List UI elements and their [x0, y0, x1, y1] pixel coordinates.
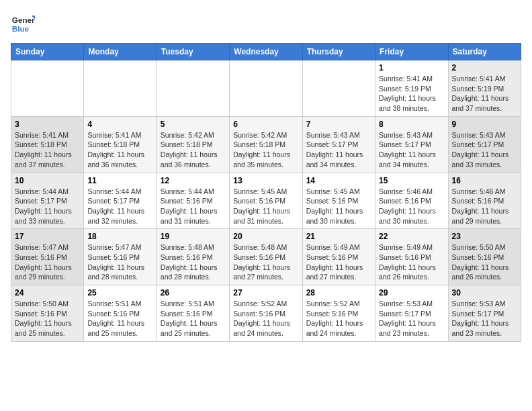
day-info: Sunrise: 5:51 AMSunset: 5:16 PMDaylight:… [87, 299, 152, 338]
day-number: 24 [15, 288, 80, 298]
day-number: 7 [306, 120, 371, 129]
day-info: Sunrise: 5:53 AMSunset: 5:17 PMDaylight:… [379, 299, 444, 338]
calendar-cell: 19Sunrise: 5:48 AMSunset: 5:16 PMDayligh… [157, 229, 229, 285]
calendar-cell: 6Sunrise: 5:42 AMSunset: 5:18 PMDaylight… [230, 116, 302, 173]
weekday-header-thursday: Thursday [302, 44, 375, 60]
day-number: 26 [161, 288, 226, 298]
day-info: Sunrise: 5:49 AMSunset: 5:16 PMDaylight:… [379, 242, 444, 282]
day-number: 11 [87, 176, 152, 185]
calendar-cell: 28Sunrise: 5:52 AMSunset: 5:16 PMDayligh… [302, 285, 375, 342]
day-number: 20 [233, 232, 298, 241]
day-number: 3 [15, 120, 80, 129]
day-info: Sunrise: 5:47 AMSunset: 5:16 PMDaylight:… [15, 242, 80, 282]
day-info: Sunrise: 5:43 AMSunset: 5:17 PMDaylight:… [452, 130, 517, 170]
day-info: Sunrise: 5:42 AMSunset: 5:18 PMDaylight:… [233, 130, 298, 170]
calendar-cell: 1Sunrise: 5:41 AMSunset: 5:19 PMDaylight… [375, 60, 448, 117]
weekday-header-wednesday: Wednesday [230, 44, 302, 60]
day-number: 28 [306, 288, 371, 298]
day-number: 27 [233, 288, 298, 298]
weekday-header-monday: Monday [84, 44, 157, 60]
calendar-cell: 5Sunrise: 5:42 AMSunset: 5:18 PMDaylight… [157, 116, 229, 173]
day-number: 30 [452, 288, 517, 298]
calendar-cell [11, 60, 84, 117]
day-info: Sunrise: 5:53 AMSunset: 5:17 PMDaylight:… [452, 299, 517, 338]
day-number: 8 [379, 120, 444, 129]
calendar-cell: 12Sunrise: 5:44 AMSunset: 5:16 PMDayligh… [157, 173, 229, 229]
calendar-cell: 2Sunrise: 5:41 AMSunset: 5:19 PMDaylight… [448, 60, 521, 117]
week-row-4: 17Sunrise: 5:47 AMSunset: 5:16 PMDayligh… [11, 229, 521, 285]
calendar-cell: 3Sunrise: 5:41 AMSunset: 5:18 PMDaylight… [11, 116, 84, 173]
day-number: 19 [161, 232, 226, 241]
calendar-cell: 20Sunrise: 5:48 AMSunset: 5:16 PMDayligh… [230, 229, 302, 285]
day-info: Sunrise: 5:44 AMSunset: 5:17 PMDaylight:… [15, 187, 80, 226]
calendar-cell [84, 60, 157, 117]
day-info: Sunrise: 5:50 AMSunset: 5:16 PMDaylight:… [15, 299, 80, 338]
day-info: Sunrise: 5:45 AMSunset: 5:16 PMDaylight:… [233, 187, 298, 226]
day-info: Sunrise: 5:48 AMSunset: 5:16 PMDaylight:… [233, 242, 298, 282]
day-info: Sunrise: 5:41 AMSunset: 5:18 PMDaylight:… [15, 130, 80, 170]
calendar-cell: 30Sunrise: 5:53 AMSunset: 5:17 PMDayligh… [448, 285, 521, 342]
calendar-cell: 23Sunrise: 5:50 AMSunset: 5:16 PMDayligh… [448, 229, 521, 285]
calendar-cell: 24Sunrise: 5:50 AMSunset: 5:16 PMDayligh… [11, 285, 84, 342]
day-number: 2 [452, 63, 517, 73]
weekday-header-row: SundayMondayTuesdayWednesdayThursdayFrid… [11, 44, 521, 60]
week-row-5: 24Sunrise: 5:50 AMSunset: 5:16 PMDayligh… [11, 285, 521, 342]
calendar-cell: 14Sunrise: 5:45 AMSunset: 5:16 PMDayligh… [302, 173, 375, 229]
day-number: 23 [452, 232, 517, 241]
weekday-header-saturday: Saturday [448, 44, 521, 60]
day-number: 6 [233, 120, 298, 129]
day-number: 10 [15, 176, 80, 185]
day-info: Sunrise: 5:41 AMSunset: 5:19 PMDaylight:… [379, 74, 444, 113]
day-number: 18 [87, 232, 152, 241]
day-number: 16 [452, 176, 517, 185]
week-row-3: 10Sunrise: 5:44 AMSunset: 5:17 PMDayligh… [11, 173, 521, 229]
weekday-header-friday: Friday [375, 44, 448, 60]
day-info: Sunrise: 5:46 AMSunset: 5:16 PMDaylight:… [452, 187, 517, 226]
day-number: 12 [161, 176, 226, 185]
weekday-header-tuesday: Tuesday [157, 44, 229, 60]
calendar-cell: 15Sunrise: 5:46 AMSunset: 5:16 PMDayligh… [375, 173, 448, 229]
calendar-cell: 26Sunrise: 5:51 AMSunset: 5:16 PMDayligh… [157, 285, 229, 342]
day-info: Sunrise: 5:48 AMSunset: 5:16 PMDaylight:… [161, 242, 226, 282]
day-number: 9 [452, 120, 517, 129]
calendar-cell: 7Sunrise: 5:43 AMSunset: 5:17 PMDaylight… [302, 116, 375, 173]
calendar-cell [230, 60, 302, 117]
calendar-cell [302, 60, 375, 117]
day-info: Sunrise: 5:51 AMSunset: 5:16 PMDaylight:… [161, 299, 226, 338]
calendar-cell: 18Sunrise: 5:47 AMSunset: 5:16 PMDayligh… [84, 229, 157, 285]
calendar-cell [157, 60, 229, 117]
day-number: 25 [87, 288, 152, 298]
logo-icon: General Blue [11, 11, 35, 35]
day-number: 21 [306, 232, 371, 241]
day-info: Sunrise: 5:43 AMSunset: 5:17 PMDaylight:… [306, 130, 371, 170]
week-row-2: 3Sunrise: 5:41 AMSunset: 5:18 PMDaylight… [11, 116, 521, 173]
calendar-cell: 9Sunrise: 5:43 AMSunset: 5:17 PMDaylight… [448, 116, 521, 173]
weekday-header-sunday: Sunday [11, 44, 84, 60]
day-info: Sunrise: 5:44 AMSunset: 5:17 PMDaylight:… [87, 187, 152, 226]
day-number: 29 [379, 288, 444, 298]
day-info: Sunrise: 5:41 AMSunset: 5:19 PMDaylight:… [452, 74, 517, 113]
day-info: Sunrise: 5:46 AMSunset: 5:16 PMDaylight:… [379, 187, 444, 226]
day-number: 14 [306, 176, 371, 185]
calendar-cell: 11Sunrise: 5:44 AMSunset: 5:17 PMDayligh… [84, 173, 157, 229]
calendar-cell: 27Sunrise: 5:52 AMSunset: 5:16 PMDayligh… [230, 285, 302, 342]
calendar-cell: 10Sunrise: 5:44 AMSunset: 5:17 PMDayligh… [11, 173, 84, 229]
calendar-table: SundayMondayTuesdayWednesdayThursdayFrid… [11, 43, 521, 342]
week-row-1: 1Sunrise: 5:41 AMSunset: 5:19 PMDaylight… [11, 60, 521, 117]
day-info: Sunrise: 5:44 AMSunset: 5:16 PMDaylight:… [161, 187, 226, 226]
day-info: Sunrise: 5:50 AMSunset: 5:16 PMDaylight:… [452, 242, 517, 282]
day-number: 1 [379, 63, 444, 73]
day-number: 13 [233, 176, 298, 185]
day-number: 4 [87, 120, 152, 129]
calendar-body: 1Sunrise: 5:41 AMSunset: 5:19 PMDaylight… [11, 60, 521, 342]
day-info: Sunrise: 5:47 AMSunset: 5:16 PMDaylight:… [87, 242, 152, 282]
day-info: Sunrise: 5:43 AMSunset: 5:17 PMDaylight:… [379, 130, 444, 170]
day-number: 5 [161, 120, 226, 129]
page-header: General Blue [11, 11, 521, 35]
svg-text:Blue: Blue [12, 24, 30, 33]
calendar-cell: 16Sunrise: 5:46 AMSunset: 5:16 PMDayligh… [448, 173, 521, 229]
calendar-cell: 13Sunrise: 5:45 AMSunset: 5:16 PMDayligh… [230, 173, 302, 229]
calendar-cell: 29Sunrise: 5:53 AMSunset: 5:17 PMDayligh… [375, 285, 448, 342]
calendar-cell: 17Sunrise: 5:47 AMSunset: 5:16 PMDayligh… [11, 229, 84, 285]
day-number: 15 [379, 176, 444, 185]
